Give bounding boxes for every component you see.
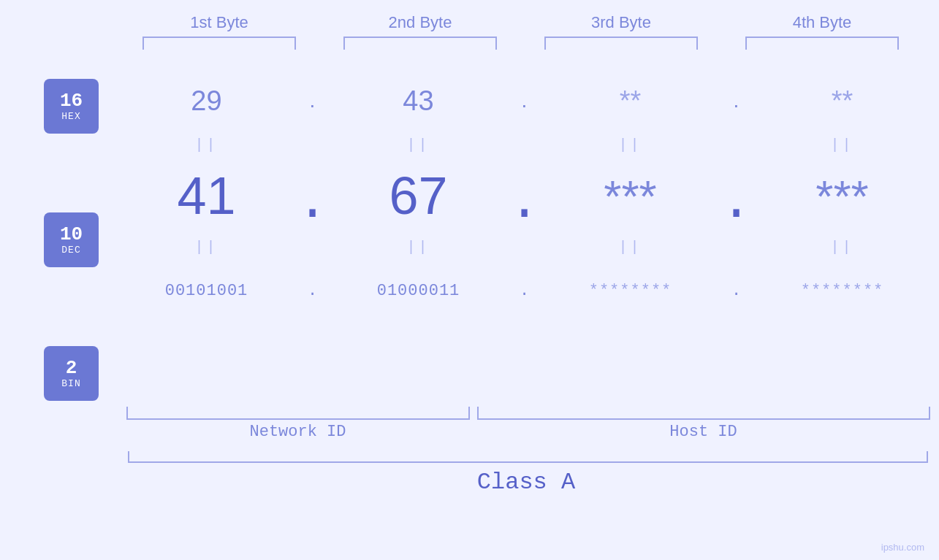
hex-sep1-cell: . (294, 89, 331, 112)
bin-val4: ******** (801, 282, 884, 300)
dec-val2-cell: 67 (331, 166, 506, 226)
bin-val3: ******** (589, 282, 672, 300)
equals-row-1: || || || || (119, 130, 930, 159)
bin-sep1: . (308, 282, 317, 300)
network-id-label: Network ID (126, 423, 470, 441)
hex-sep1: . (310, 89, 316, 112)
hex-val1-cell: 29 (119, 85, 294, 117)
network-bracket (126, 407, 470, 420)
bracket-byte4 (745, 37, 899, 50)
dec-val1-cell: 41 (119, 166, 294, 226)
hex-row: 29 . 43 . ** . ** (119, 72, 930, 130)
hex-val2: 43 (403, 85, 433, 117)
hex-val4-cell: ** (755, 85, 930, 117)
bin-badge-label: BIN (61, 379, 80, 389)
bin-val2: 01000011 (377, 282, 460, 300)
eq2-2: || (331, 239, 506, 256)
bin-row: 00101001 . 01000011 . ******** . (119, 261, 930, 320)
main-container: 1st Byte 2nd Byte 3rd Byte 4th Byte 16 H… (0, 0, 939, 560)
dec-row: 41 . 67 . *** . *** (119, 159, 930, 232)
hex-badge: 16 HEX (44, 79, 99, 134)
bin-sep2: . (520, 282, 529, 300)
eq1-3: || (543, 137, 718, 153)
bracket-byte2 (343, 37, 497, 50)
bracket-byte3 (544, 37, 698, 50)
id-label-row: Network ID Host ID (126, 423, 930, 441)
eq2-1: || (119, 239, 294, 256)
host-id-label: Host ID (477, 423, 930, 441)
dec-sep1: . (297, 177, 328, 229)
class-bracket (128, 451, 928, 463)
hex-sep3: . (734, 89, 740, 112)
eq1-4: || (755, 137, 930, 153)
dec-sep3-cell: . (718, 162, 755, 229)
hex-val4: ** (832, 85, 854, 117)
dec-val4-cell: *** (755, 170, 930, 222)
byte-headers: 1st Byte 2nd Byte 3rd Byte 4th Byte (119, 0, 923, 32)
hex-sep2-cell: . (506, 89, 543, 112)
data-grid: 29 . 43 . ** . ** (119, 72, 930, 320)
dec-val2: 67 (389, 166, 447, 226)
hex-val3-cell: ** (543, 85, 718, 117)
bin-sep3: . (731, 282, 741, 300)
dec-val1: 41 (177, 166, 235, 226)
dec-val3: *** (604, 170, 656, 222)
bottom-brackets (126, 407, 930, 420)
badges-column: 16 HEX 10 DEC 2 BIN (39, 79, 104, 401)
hex-val2-cell: 43 (331, 85, 506, 117)
dec-val4: *** (816, 170, 868, 222)
equals-row-2: || || || || (119, 232, 930, 261)
bin-val3-cell: ******** (543, 282, 718, 300)
hex-badge-num: 16 (60, 91, 83, 112)
dec-badge-label: DEC (61, 245, 80, 256)
eq1-2: || (331, 137, 506, 153)
top-brackets (119, 35, 923, 50)
eq2-4: || (755, 239, 930, 256)
bin-sep3-cell: . (718, 282, 755, 300)
watermark: ipshu.com (881, 542, 924, 553)
bin-badge: 2 BIN (44, 346, 99, 401)
byte4-label: 4th Byte (734, 13, 910, 32)
class-bracket-row (128, 451, 928, 463)
byte2-label: 2nd Byte (332, 13, 508, 32)
dec-val3-cell: *** (543, 170, 718, 222)
eq2-3: || (543, 239, 718, 256)
byte1-label: 1st Byte (132, 13, 307, 32)
hex-val1: 29 (191, 85, 221, 117)
hex-sep2: . (522, 89, 528, 112)
dec-badge-num: 10 (60, 224, 83, 245)
byte3-label: 3rd Byte (533, 13, 709, 32)
bin-sep2-cell: . (506, 282, 543, 300)
bin-sep1-cell: . (294, 282, 331, 300)
content-area: 16 HEX 10 DEC 2 BIN 29 . (9, 72, 930, 401)
dec-sep1-cell: . (294, 162, 331, 229)
hex-badge-label: HEX (61, 112, 80, 122)
dec-sep3: . (721, 177, 752, 229)
host-bracket (477, 407, 930, 420)
eq1-1: || (119, 137, 294, 153)
dec-sep2: . (509, 177, 540, 229)
dec-sep2-cell: . (506, 162, 543, 229)
bin-val4-cell: ******** (755, 282, 930, 300)
class-label: Class A (124, 469, 928, 496)
bin-val2-cell: 01000011 (331, 282, 506, 300)
bracket-byte1 (142, 37, 296, 50)
bin-badge-num: 2 (66, 358, 77, 379)
dec-badge: 10 DEC (44, 212, 99, 267)
bin-val1-cell: 00101001 (119, 282, 294, 300)
bin-val1: 00101001 (165, 282, 248, 300)
hex-val3: ** (620, 85, 642, 117)
hex-sep3-cell: . (718, 89, 755, 112)
